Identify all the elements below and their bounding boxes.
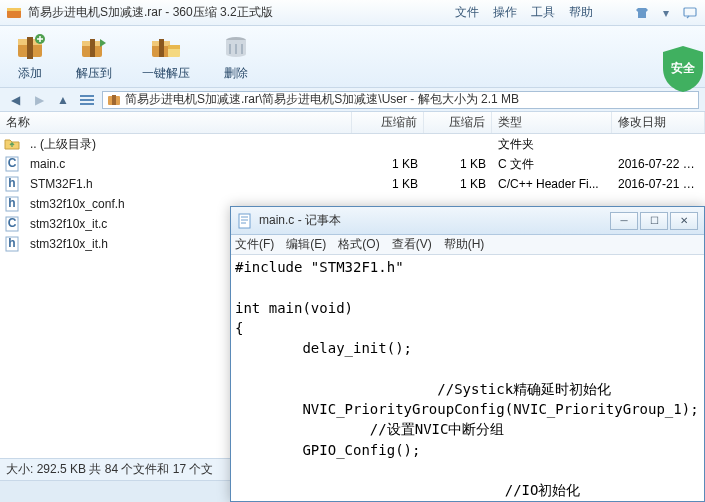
quick-extract-label: 一键解压 — [142, 65, 190, 82]
dropdown-icon[interactable]: ▾ — [657, 4, 675, 22]
extract-to-button[interactable]: 解压到 — [70, 29, 118, 84]
file-row[interactable]: Cmain.c1 KB1 KBC 文件2016-07-22 08:32 — [0, 154, 705, 174]
file-date: 2016-07-21 10:22 — [612, 177, 705, 191]
file-icon: h — [4, 176, 20, 192]
file-icon: h — [4, 196, 20, 212]
menu-operate[interactable]: 操作 — [493, 4, 517, 21]
status-text: 大小: 292.5 KB 共 84 个文件和 17 个文 — [6, 461, 213, 478]
add-label: 添加 — [18, 65, 42, 82]
col-before[interactable]: 压缩前 — [352, 112, 424, 133]
file-icon: C — [4, 156, 20, 172]
app-titlebar: 简易步进电机S加减速.rar - 360压缩 3.2正式版 文件 操作 工具 帮… — [0, 0, 705, 26]
col-date[interactable]: 修改日期 — [612, 112, 705, 133]
np-menu-view[interactable]: 查看(V) — [392, 236, 432, 253]
svg-text:C: C — [8, 216, 17, 230]
file-type: C/C++ Header Fi... — [492, 177, 612, 191]
app-icon — [6, 5, 22, 21]
file-row[interactable]: .. (上级目录)文件夹 — [0, 134, 705, 154]
view-mode-icon[interactable] — [78, 92, 96, 108]
add-button[interactable]: 添加 — [8, 29, 52, 84]
delete-button[interactable]: 删除 — [214, 29, 258, 84]
file-date: 2016-07-22 08:32 — [612, 157, 705, 171]
notepad-titlebar[interactable]: main.c - 记事本 ─ ☐ ✕ — [231, 207, 704, 235]
np-menu-help[interactable]: 帮助(H) — [444, 236, 485, 253]
file-size-before: 1 KB — [352, 177, 424, 191]
file-icon — [4, 136, 20, 152]
column-header: 名称 压缩前 压缩后 类型 修改日期 — [0, 112, 705, 134]
archive-extract-icon — [78, 31, 110, 63]
svg-rect-14 — [168, 45, 180, 49]
main-menu: 文件 操作 工具 帮助 — [455, 4, 633, 21]
np-menu-format[interactable]: 格式(O) — [338, 236, 379, 253]
notepad-content[interactable]: #include "STM32F1.h" int main(void) { de… — [231, 255, 704, 501]
notepad-menubar: 文件(F) 编辑(E) 格式(O) 查看(V) 帮助(H) — [231, 235, 704, 255]
file-row[interactable]: hSTM32F1.h1 KB1 KBC/C++ Header Fi...2016… — [0, 174, 705, 194]
notepad-window: main.c - 记事本 ─ ☐ ✕ 文件(F) 编辑(E) 格式(O) 查看(… — [230, 206, 705, 502]
svg-text:h: h — [8, 176, 15, 190]
notepad-icon — [237, 213, 253, 229]
file-name: main.c — [24, 157, 352, 171]
close-button[interactable]: ✕ — [670, 212, 698, 230]
bottom-strip — [0, 480, 230, 502]
safe-badge-text: 安全 — [671, 61, 696, 75]
file-name: .. (上级目录) — [24, 136, 352, 153]
feedback-icon[interactable] — [681, 4, 699, 22]
svg-rect-17 — [80, 99, 94, 101]
svg-rect-9 — [90, 39, 95, 57]
shirt-icon[interactable] — [633, 4, 651, 22]
menu-help[interactable]: 帮助 — [569, 4, 593, 21]
maximize-button[interactable]: ☐ — [640, 212, 668, 230]
svg-text:h: h — [8, 196, 15, 210]
window-title: 简易步进电机S加减速.rar - 360压缩 3.2正式版 — [28, 4, 273, 21]
toolbar: 添加 解压到 一键解压 删除 安全 — [0, 26, 705, 88]
trash-icon — [220, 31, 252, 63]
svg-rect-20 — [112, 95, 116, 105]
delete-label: 删除 — [224, 65, 248, 82]
col-type[interactable]: 类型 — [492, 112, 612, 133]
menu-file[interactable]: 文件 — [455, 4, 479, 21]
archive-add-icon — [14, 31, 46, 63]
col-after[interactable]: 压缩后 — [424, 112, 492, 133]
file-size-after: 1 KB — [424, 157, 492, 171]
np-menu-edit[interactable]: 编辑(E) — [286, 236, 326, 253]
up-icon[interactable]: ▲ — [54, 92, 72, 108]
status-bar: 大小: 292.5 KB 共 84 个文件和 17 个文 — [0, 458, 230, 480]
quick-extract-button[interactable]: 一键解压 — [136, 29, 196, 84]
file-size-before: 1 KB — [352, 157, 424, 171]
path-input[interactable]: 简易步进电机S加减速.rar\简易步进电机S加减速\User - 解包大小为 2… — [102, 91, 699, 109]
archive-quick-icon — [150, 31, 182, 63]
svg-text:h: h — [8, 236, 15, 250]
file-name: STM32F1.h — [24, 177, 352, 191]
back-icon[interactable]: ◀ — [6, 92, 24, 108]
file-icon: h — [4, 236, 20, 252]
path-text: 简易步进电机S加减速.rar\简易步进电机S加减速\User - 解包大小为 2… — [125, 91, 519, 108]
svg-rect-16 — [80, 95, 94, 97]
notepad-window-buttons: ─ ☐ ✕ — [610, 212, 698, 230]
menu-tools[interactable]: 工具 — [531, 4, 555, 21]
file-type: 文件夹 — [492, 136, 612, 153]
svg-rect-12 — [159, 39, 164, 57]
path-bar: ◀ ▶ ▲ 简易步进电机S加减速.rar\简易步进电机S加减速\User - 解… — [0, 88, 705, 112]
extract-to-label: 解压到 — [76, 65, 112, 82]
archive-small-icon — [107, 93, 121, 107]
forward-icon[interactable]: ▶ — [30, 92, 48, 108]
file-size-after: 1 KB — [424, 177, 492, 191]
safe-badge-icon: 安全 — [661, 44, 705, 94]
minimize-button[interactable]: ─ — [610, 212, 638, 230]
notepad-title: main.c - 记事本 — [259, 212, 610, 229]
file-icon: C — [4, 216, 20, 232]
svg-rect-1 — [7, 8, 21, 11]
np-menu-file[interactable]: 文件(F) — [235, 236, 274, 253]
titlebar-extras: ▾ — [633, 4, 699, 22]
svg-text:C: C — [8, 156, 17, 170]
file-type: C 文件 — [492, 156, 612, 173]
svg-rect-31 — [239, 214, 250, 228]
col-name[interactable]: 名称 — [0, 112, 352, 133]
svg-rect-5 — [27, 37, 33, 59]
svg-rect-18 — [80, 103, 94, 105]
svg-rect-2 — [684, 8, 696, 16]
